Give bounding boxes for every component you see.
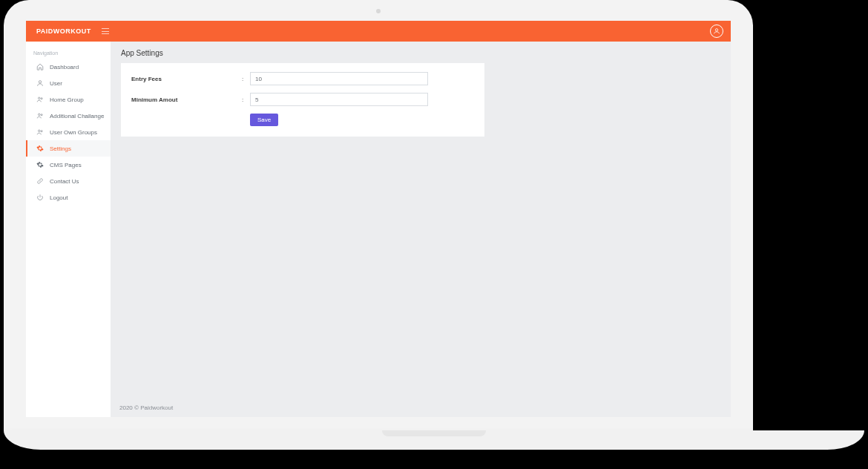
page-title: App Settings [121, 49, 720, 57]
users-icon [36, 128, 44, 136]
sidebar-section-title: Navigation [26, 46, 111, 59]
colon: : [235, 96, 250, 103]
svg-point-7 [41, 131, 42, 132]
entry-fees-input[interactable] [250, 72, 428, 85]
link-icon [36, 177, 44, 185]
settings-icon [36, 145, 44, 152]
svg-point-1 [39, 81, 41, 83]
gear-icon [36, 161, 44, 168]
sidebar-item-label: User Own Groups [50, 129, 97, 136]
sidebar-item-label: Settings [50, 145, 71, 152]
svg-point-6 [39, 130, 41, 132]
minimum-amount-label: Minimum Amout [131, 96, 235, 103]
sidebar-item-logout[interactable]: Logout [26, 189, 111, 206]
entry-fees-label: Entry Fees [131, 76, 235, 82]
sidebar-item-home-group[interactable]: Home Group [26, 91, 111, 108]
sidebar-item-dashboard[interactable]: Dashboard [26, 59, 111, 75]
sidebar-item-label: Dashboard [50, 64, 79, 70]
sidebar-item-label: Logout [50, 194, 68, 201]
sidebar-item-cms-pages[interactable]: CMS Pages [26, 157, 111, 173]
sidebar-item-label: CMS Pages [50, 162, 82, 168]
brand-logo: PAIDWORKOUT [36, 27, 91, 35]
sidebar-item-additional-challenge[interactable]: Additional Challange [26, 108, 111, 124]
user-avatar-icon[interactable] [710, 24, 723, 38]
main-content: App Settings Entry Fees : Minimum Amout … [111, 42, 731, 417]
sidebar-item-user[interactable]: User [26, 75, 111, 91]
svg-point-2 [39, 97, 41, 99]
sidebar-item-contact-us[interactable]: Contact Us [26, 173, 111, 189]
sidebar-item-label: User [50, 80, 62, 87]
menu-toggle-icon[interactable] [102, 28, 109, 34]
svg-point-3 [41, 98, 42, 99]
colon: : [235, 76, 250, 82]
sidebar-item-label: Home Group [50, 96, 84, 103]
users-icon [36, 96, 44, 103]
users-icon [36, 112, 44, 119]
svg-point-0 [715, 29, 717, 31]
svg-point-5 [41, 114, 42, 116]
save-button[interactable]: Save [250, 114, 278, 126]
sidebar-item-settings[interactable]: Settings [26, 140, 111, 157]
sidebar-item-user-own-groups[interactable]: User Own Groups [26, 124, 111, 140]
laptop-base [4, 430, 864, 450]
user-icon [36, 79, 44, 87]
sidebar-item-label: Contact Us [50, 178, 79, 185]
home-icon [36, 63, 44, 70]
sidebar-item-label: Additional Challange [50, 113, 104, 119]
minimum-amount-input[interactable] [250, 93, 428, 106]
power-icon [36, 194, 44, 201]
sidebar: Navigation Dashboard User [26, 42, 111, 417]
footer-text: 2020 © Paidworkout [111, 400, 731, 417]
laptop-camera [376, 9, 381, 13]
topbar: PAIDWORKOUT [26, 21, 731, 42]
settings-card: Entry Fees : Minimum Amout : Save [121, 63, 484, 137]
svg-point-4 [39, 114, 41, 116]
